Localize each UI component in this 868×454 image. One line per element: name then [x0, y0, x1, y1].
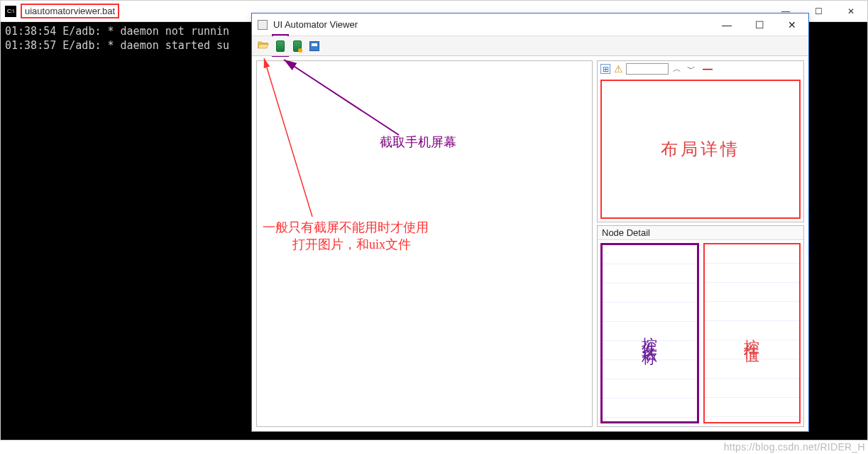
uav-toolbar [252, 36, 808, 56]
cmd-title: uiautomatorviewer.bat [21, 4, 119, 18]
uav-body: ⊞ ⚠ ︿ ﹀ — 布局详情 Node Detail 控件名称 [252, 56, 808, 431]
node-detail-title: Node Detail [598, 226, 803, 240]
save-button[interactable] [307, 39, 322, 53]
cmd-close-button[interactable]: ✕ [835, 1, 867, 22]
uav-close-button[interactable]: ✕ [776, 13, 808, 36]
device-icon [276, 40, 285, 52]
device-screenshot-button[interactable] [273, 39, 287, 53]
layout-tree-panel: ⊞ ⚠ ︿ ﹀ — 布局详情 [597, 60, 804, 222]
node-detail-panel: Node Detail 控件名称 控件值 [597, 225, 804, 427]
cmd-line-0: 01:38:54 E/adb: * daemon not runnin [5, 25, 229, 38]
search-next-button[interactable]: ﹀ [686, 63, 697, 75]
node-detail-columns: 控件名称 控件值 [598, 240, 803, 426]
screenshot-canvas[interactable] [256, 60, 593, 427]
layout-detail-box: 布局详情 [600, 80, 801, 219]
expand-all-button[interactable]: ⊞ [600, 64, 610, 74]
uav-title: UI Automator Viewer [273, 19, 358, 30]
uav-titlebar: UI Automator Viewer — ☐ ✕ [252, 13, 808, 36]
save-icon [309, 41, 319, 51]
node-name-column-label: 控件名称 [640, 325, 660, 342]
open-file-button[interactable] [256, 39, 270, 53]
search-prev-button[interactable]: ︿ [671, 63, 683, 75]
node-name-column: 控件名称 [600, 243, 699, 423]
node-value-column-label: 控件值 [742, 327, 762, 340]
device-screenshot-compressed-button[interactable] [290, 39, 304, 53]
folder-open-icon [258, 40, 269, 52]
warning-icon: ⚠ [613, 64, 623, 74]
device-compressed-icon [293, 40, 302, 52]
uav-minimize-button[interactable]: — [710, 13, 743, 36]
cmd-line-1: 01:38:57 E/adb: * daemon started su [5, 39, 229, 52]
node-value-column: 控件值 [703, 243, 801, 423]
layout-detail-label: 布局详情 [661, 138, 740, 161]
right-panels: ⊞ ⚠ ︿ ﹀ — 布局详情 Node Detail 控件名称 [597, 60, 804, 427]
collapse-button[interactable]: — [700, 63, 715, 75]
tree-toolbar: ⊞ ⚠ ︿ ﹀ — [598, 61, 803, 77]
uav-maximize-button[interactable]: ☐ [743, 13, 776, 36]
cmd-icon: C:\ [5, 6, 16, 17]
uav-app-icon [258, 20, 268, 30]
watermark: https://blog.csdn.net/RIDER_H [724, 441, 865, 453]
uiautomator-window: UI Automator Viewer — ☐ ✕ ⊞ [251, 13, 809, 432]
tree-search-input[interactable] [626, 63, 669, 75]
